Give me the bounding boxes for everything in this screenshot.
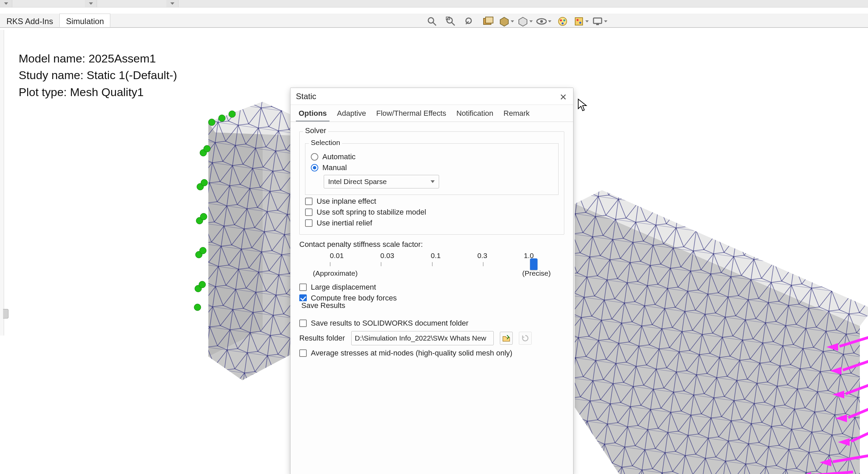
- tab-options[interactable]: Options: [296, 106, 329, 122]
- use-inertial-relief-checkbox[interactable]: [305, 219, 313, 227]
- use-inplane-effect-label: Use inplane effect: [317, 197, 376, 206]
- chevron-down-icon: [431, 180, 435, 183]
- save-to-doc-folder-checkbox[interactable]: [299, 320, 307, 327]
- svg-rect-19: [593, 18, 602, 23]
- solver-type-select[interactable]: Intel Direct Sparse: [324, 175, 439, 188]
- solver-selection-label: Selection: [309, 139, 342, 147]
- svg-marker-54: [842, 440, 848, 444]
- slider-tick-4: 0.3: [477, 252, 487, 260]
- slider-tick-1: 0.01: [330, 252, 344, 260]
- svg-marker-8: [500, 17, 508, 26]
- solver-manual-radio[interactable]: [311, 164, 318, 171]
- svg-point-44: [194, 304, 201, 311]
- svg-point-43: [199, 281, 206, 288]
- slider-left-caption: (Approximate): [313, 269, 358, 277]
- dialog-title[interactable]: Static: [290, 88, 573, 105]
- svg-marker-46: [831, 345, 837, 349]
- svg-point-33: [229, 111, 235, 117]
- svg-point-0: [428, 18, 434, 23]
- solver-automatic-label: Automatic: [322, 152, 356, 161]
- save-to-doc-folder-label: Save results to SOLIDWORKS document fold…: [311, 319, 469, 328]
- svg-point-37: [201, 179, 208, 186]
- svg-point-18: [579, 22, 581, 24]
- svg-point-15: [562, 22, 564, 24]
- svg-marker-50: [837, 393, 843, 397]
- slider-thumb[interactable]: [530, 258, 537, 270]
- quick-access-strip: [0, 0, 868, 7]
- dialog-close-button[interactable]: ✕: [558, 91, 569, 103]
- svg-line-3: [452, 22, 455, 25]
- solver-type-value: Intel Direct Sparse: [328, 178, 387, 186]
- section-view-icon[interactable]: [480, 14, 495, 29]
- results-folder-input[interactable]: D:\Simulation Info_2022\SWx Whats New: [351, 331, 494, 345]
- qat-dropdown-1[interactable]: [0, 0, 12, 7]
- svg-point-41: [200, 247, 206, 254]
- slider-right-caption: (Precise): [522, 269, 551, 277]
- view-settings-dropdown[interactable]: [592, 14, 607, 29]
- results-folder-label: Results folder: [299, 334, 345, 343]
- svg-marker-9: [519, 17, 527, 26]
- folder-open-icon: [502, 334, 510, 342]
- solver-selection-group: Selection Automatic Manual Intel Direct …: [305, 143, 559, 195]
- hide-show-items-dropdown[interactable]: [536, 14, 551, 29]
- svg-point-39: [200, 213, 207, 220]
- solver-automatic-radio[interactable]: [311, 153, 318, 161]
- solver-group: Solver Selection Automatic Manual Intel …: [299, 131, 564, 235]
- svg-point-35: [204, 145, 210, 152]
- view-orientation-dropdown[interactable]: [499, 14, 514, 29]
- tab-adaptive[interactable]: Adaptive: [334, 106, 369, 122]
- appearances-icon[interactable]: [555, 14, 570, 29]
- svg-point-14: [563, 19, 565, 21]
- svg-marker-24: [208, 102, 263, 357]
- mouse-cursor-icon: [577, 98, 588, 112]
- tab-notification[interactable]: Notification: [454, 106, 496, 122]
- view-toolbar: [424, 12, 607, 31]
- save-results-label: Save Results: [299, 301, 347, 310]
- zoom-area-icon[interactable]: [443, 14, 458, 29]
- average-stresses-label: Average stresses at mid-nodes (high-qual…: [311, 349, 512, 358]
- qat-dropdown-3[interactable]: [166, 0, 178, 7]
- use-inertial-relief-label: Use inertial relief: [317, 219, 372, 227]
- use-inplane-effect-checkbox[interactable]: [305, 198, 313, 205]
- qat-dropdown-2[interactable]: [85, 0, 97, 7]
- large-displacement-checkbox[interactable]: [299, 284, 307, 291]
- edit-appearance-dropdown[interactable]: [573, 14, 589, 29]
- svg-point-11: [540, 20, 543, 23]
- svg-rect-20: [596, 23, 599, 25]
- zoom-to-fit-icon[interactable]: [424, 14, 439, 29]
- use-soft-spring-checkbox[interactable]: [305, 208, 313, 216]
- save-results-group: Save Results Save results to SOLIDWORKS …: [299, 307, 564, 364]
- svg-marker-52: [839, 416, 846, 420]
- contact-penalty-slider-area: 0.01 0.03 0.1 0.3 1.0 (Approximate) (Pre…: [299, 252, 564, 277]
- feature-manager-collapsed[interactable]: [0, 30, 4, 335]
- large-displacement-label: Large displacement: [311, 283, 376, 292]
- close-icon: ✕: [560, 92, 567, 103]
- solver-group-label: Solver: [303, 126, 328, 135]
- compute-free-body-forces-checkbox[interactable]: [299, 294, 307, 302]
- svg-point-17: [577, 19, 579, 21]
- results-folder-value: D:\Simulation Info_2022\SWx Whats New: [355, 334, 487, 342]
- svg-marker-56: [824, 460, 830, 464]
- contact-penalty-label: Contact penalty stiffness scale factor:: [299, 240, 564, 249]
- tab-flow-thermal[interactable]: Flow/Thermal Effects: [374, 106, 449, 122]
- static-study-properties-dialog: Static ✕ Options Adaptive Flow/Thermal E…: [290, 88, 573, 474]
- svg-point-32: [219, 115, 225, 122]
- tab-solidworks-addins[interactable]: RKS Add-Ins: [0, 14, 59, 27]
- use-soft-spring-label: Use soft spring to stabilize model: [317, 208, 426, 217]
- display-style-dropdown[interactable]: [517, 14, 533, 29]
- browse-folder-button[interactable]: [500, 332, 513, 345]
- svg-point-31: [208, 119, 215, 126]
- tab-remark[interactable]: Remark: [501, 106, 532, 122]
- slider-tick-2: 0.03: [380, 252, 394, 260]
- contact-penalty-slider[interactable]: [330, 263, 534, 265]
- average-stresses-checkbox[interactable]: [299, 349, 307, 357]
- svg-rect-7: [486, 17, 493, 23]
- solver-manual-label: Manual: [322, 163, 347, 172]
- refresh-folder-button[interactable]: [519, 332, 532, 345]
- previous-view-icon[interactable]: [461, 14, 477, 29]
- dialog-body: Solver Selection Automatic Manual Intel …: [290, 122, 573, 375]
- refresh-icon: [522, 334, 529, 342]
- svg-rect-16: [575, 18, 583, 25]
- dialog-tabstrip: Options Adaptive Flow/Thermal Effects No…: [290, 105, 573, 122]
- tab-simulation[interactable]: Simulation: [59, 14, 110, 27]
